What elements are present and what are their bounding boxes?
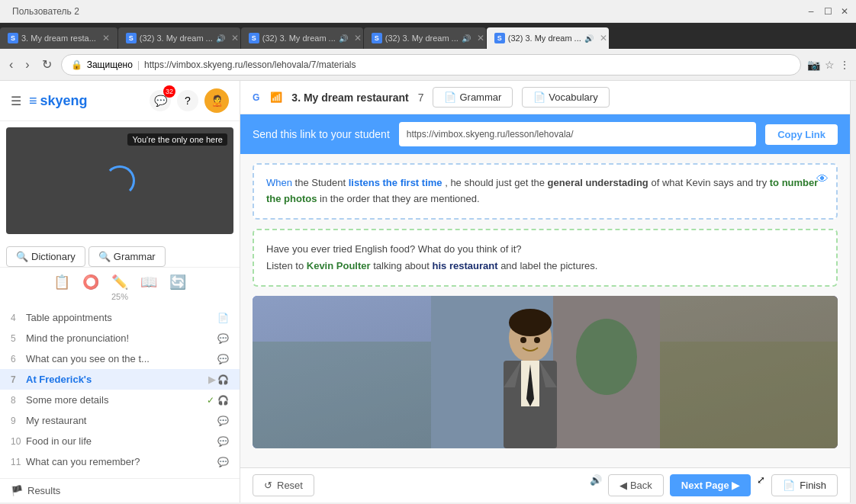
tab-label-1: 3. My dream resta... xyxy=(21,34,96,43)
tab-audio-4: 🔊 xyxy=(462,34,471,43)
question-box: Have you ever tried English food? What d… xyxy=(253,229,838,287)
logo: ≡ skyeng xyxy=(29,93,88,109)
tab-3[interactable]: S (32) 3. My dream ... 🔊 ✕ xyxy=(241,27,363,49)
copy-tool-icon[interactable]: 📋 xyxy=(53,274,70,291)
logo-icon: ≡ xyxy=(29,93,37,109)
refresh-tool-icon[interactable]: 🔄 xyxy=(169,274,186,291)
minimize-button[interactable]: – xyxy=(806,6,816,17)
lesson-name-6: What can you see on the t... xyxy=(26,353,213,364)
results-flag-icon: 🏴 xyxy=(11,485,23,496)
tab-close-2[interactable]: ✕ xyxy=(231,33,239,43)
camera-icon[interactable]: 📷 xyxy=(807,59,820,71)
expand-icon[interactable]: ⤢ xyxy=(757,474,765,496)
tab-1[interactable]: S 3. My dream resta... ✕ xyxy=(0,27,117,49)
his-restaurant-text: his restaurant xyxy=(433,260,498,271)
next-page-button[interactable]: Next Page ▶ xyxy=(670,474,751,496)
address-actions: 📷 ☆ ⋮ xyxy=(807,59,850,71)
finish-button[interactable]: 📄 Finish xyxy=(771,474,838,496)
g-icon: G xyxy=(253,92,259,103)
person-image xyxy=(431,296,660,448)
lesson-name-4: Table appointments xyxy=(26,312,213,323)
tab-2[interactable]: S (32) 3. My dream ... 🔊 ✕ xyxy=(118,27,240,49)
lesson-item-11[interactable]: 11 What can you remember? 💬 xyxy=(0,451,240,472)
audio-icon[interactable]: 🔊 xyxy=(590,474,602,496)
lesson-icons-7: ▶ 🎧 xyxy=(208,374,229,385)
grammar-tab-button[interactable]: 📄 Grammar xyxy=(433,87,513,108)
toolbar-icons: 📋 ⭕ ✏️ 📖 🔄 xyxy=(0,268,240,291)
eye-icon: 👁 xyxy=(816,172,829,186)
tab-audio-2: 🔊 xyxy=(216,34,225,43)
results-button[interactable]: 🏴 Results xyxy=(0,478,240,502)
right-scrollbar[interactable] xyxy=(850,81,856,502)
reset-button[interactable]: ↺ Reset xyxy=(253,474,314,496)
lesson-item-10[interactable]: 10 Food in our life 💬 xyxy=(0,431,240,451)
content-header: G 📶 3. My dream restaurant 7 📄 Grammar 📄… xyxy=(240,81,850,114)
dictionary-tab[interactable]: 🔍 Dictionary xyxy=(6,246,85,267)
student-text: the Student xyxy=(295,177,349,188)
listens-text: listens the first time xyxy=(349,177,442,188)
lesson-num-6: 6 xyxy=(11,354,21,364)
dictionary-search-icon: 🔍 xyxy=(16,251,28,262)
edit-tool-icon[interactable]: ✏️ xyxy=(111,274,128,291)
forward-nav-button[interactable]: › xyxy=(22,56,32,73)
tab-close-1[interactable]: ✕ xyxy=(102,33,110,43)
lesson-item-6[interactable]: 6 What can you see on the t... 💬 xyxy=(0,348,240,369)
lesson-num-11: 11 xyxy=(11,457,21,467)
lesson-item-8[interactable]: 8 Some more details ✓ 🎧 xyxy=(0,390,240,410)
refresh-button[interactable]: ↻ xyxy=(39,56,55,73)
instruction-box: 👁 When the Student listens the first tim… xyxy=(253,163,838,220)
lesson-icons-9: 💬 xyxy=(217,416,229,426)
lesson-item-5[interactable]: 5 Mind the pronunciation! 💬 xyxy=(0,328,240,348)
finish-label: Finish xyxy=(800,480,826,491)
hamburger-menu[interactable]: ☰ xyxy=(11,94,21,108)
when-text: When xyxy=(266,177,292,188)
grammar-search-tab[interactable]: 🔍 Grammar xyxy=(88,246,166,267)
restore-button[interactable]: ☐ xyxy=(822,6,833,17)
lesson-icons-11: 💬 xyxy=(217,457,229,467)
menu-icon[interactable]: ⋮ xyxy=(839,59,850,71)
tab-5-active[interactable]: S (32) 3. My dream ... 🔊 ✕ xyxy=(487,27,609,49)
lesson-icons-5: 💬 xyxy=(217,333,229,344)
tab-favicon-5: S xyxy=(494,33,505,43)
comma-text: , he should just get the xyxy=(445,177,547,188)
search-tabs: 🔍 Dictionary 🔍 Grammar xyxy=(0,240,240,268)
finish-icon: 📄 xyxy=(783,480,795,491)
tab-favicon-4: S xyxy=(372,33,382,43)
copy-link-button[interactable]: Copy Link xyxy=(765,124,838,145)
tab-close-5[interactable]: ✕ xyxy=(600,33,607,43)
tab-close-4[interactable]: ✕ xyxy=(477,33,484,43)
lesson-item-4[interactable]: 4 Table appointments 📄 xyxy=(0,307,240,328)
circle-tool-icon[interactable]: ⭕ xyxy=(82,274,99,291)
help-icon[interactable]: ? xyxy=(177,90,198,111)
close-window-button[interactable]: ✕ xyxy=(839,6,850,17)
svg-point-10 xyxy=(509,309,552,336)
tab-close-3[interactable]: ✕ xyxy=(354,33,362,43)
lesson-item-12[interactable]: 12 Action and non-action ver... 🛡 xyxy=(0,472,240,478)
star-icon[interactable]: ☆ xyxy=(825,59,835,71)
link-input[interactable] xyxy=(399,122,756,146)
lesson-list: 4 Table appointments 📄 5 Mind the pronun… xyxy=(0,304,240,478)
notification-bell[interactable]: 💬 32 xyxy=(150,90,171,111)
kevin-name: Kevin Poulter xyxy=(307,260,371,271)
tab-favicon-2: S xyxy=(126,33,137,43)
vocabulary-tab-button[interactable]: 📄 Vocabulary xyxy=(522,87,609,108)
tab-audio-3: 🔊 xyxy=(339,34,348,43)
svg-point-17 xyxy=(534,337,540,343)
back-button[interactable]: ◀ Back xyxy=(608,474,664,496)
in-order-text: in the order that they are mentioned. xyxy=(320,193,480,204)
instruction-text: When the Student listens the first time … xyxy=(266,175,824,207)
lesson-item-9[interactable]: 9 My restaurant 💬 xyxy=(0,410,240,431)
lesson-num-9: 9 xyxy=(11,416,21,426)
book-tool-icon[interactable]: 📖 xyxy=(140,274,157,291)
tab-label-4: (32) 3. My dream ... xyxy=(385,34,459,43)
svg-point-8 xyxy=(576,319,637,395)
vocabulary-tab-label: Vocabulary xyxy=(549,91,597,103)
back-nav-button[interactable]: ‹ xyxy=(6,56,16,73)
address-input[interactable]: 🔒 Защищено | https://vimbox.skyeng.ru/le… xyxy=(61,54,801,75)
progress-text: 25% xyxy=(0,291,240,304)
signal-icon: 📶 xyxy=(270,91,282,103)
tab-4[interactable]: S (32) 3. My dream ... 🔊 ✕ xyxy=(364,27,486,49)
user-avatar[interactable]: 🙎 xyxy=(204,88,229,113)
url-text: https://vimbox.skyeng.ru/lesson/lehovala… xyxy=(144,59,356,70)
lesson-item-7[interactable]: 7 At Frederick's ▶ 🎧 xyxy=(0,369,240,390)
